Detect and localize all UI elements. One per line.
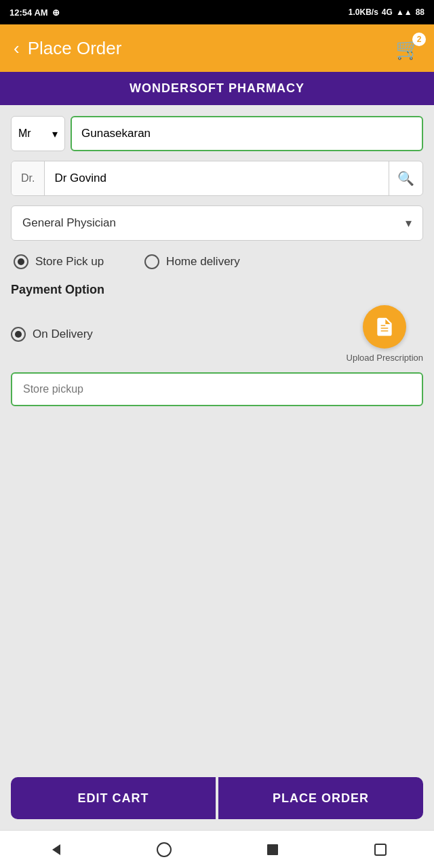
cart-button[interactable]: 🛒 2 (395, 37, 420, 60)
svg-rect-3 (375, 844, 386, 855)
svg-rect-2 (267, 844, 278, 855)
edit-cart-button[interactable]: EDIT CART (11, 777, 216, 819)
upload-circle (363, 305, 406, 349)
payment-title: Payment Option (11, 283, 423, 297)
main-content: Mr ▾ Dr. 🔍 General Physician ▾ Store Pic… (0, 105, 434, 766)
upload-prescription-button[interactable]: Upload Prescription (347, 305, 423, 363)
patient-name-input[interactable] (71, 116, 423, 151)
salutation-arrow: ▾ (52, 127, 58, 140)
nav-back-button[interactable] (41, 836, 68, 863)
bottom-buttons: EDIT CART PLACE ORDER (0, 766, 434, 830)
nav-recent-button[interactable] (368, 837, 393, 863)
payment-on-delivery[interactable]: On Delivery (11, 327, 93, 342)
payment-row: On Delivery Upload Prescription (11, 305, 423, 363)
home-nav-icon (156, 842, 172, 858)
svg-point-1 (157, 843, 171, 856)
status-time: 12:54 AM (9, 7, 48, 18)
doctor-name-input[interactable] (45, 161, 389, 195)
store-pickup-option[interactable]: Store Pick up (14, 254, 104, 269)
salutation-select[interactable]: Mr ▾ (11, 116, 65, 151)
back-button[interactable]: ‹ (14, 38, 20, 59)
pharmacy-banner: WONDERSOFT PHARMACY (0, 72, 434, 105)
svg-marker-0 (52, 844, 60, 855)
spacer (11, 416, 423, 755)
status-network: 1.0KB/s (349, 7, 378, 17)
home-delivery-label: Home delivery (166, 255, 240, 269)
specialty-value: General Physician (22, 216, 116, 230)
doctor-prefix: Dr. (12, 161, 45, 195)
store-pickup-radio-fill (18, 258, 24, 265)
on-delivery-radio-fill (15, 331, 22, 338)
status-battery: 88 (416, 7, 425, 17)
square-nav-icon (265, 842, 280, 857)
status-wifi-icon: ▲▲ (396, 7, 412, 17)
recent-nav-icon (373, 842, 388, 857)
nav-home-button[interactable] (151, 836, 178, 863)
salutation-value: Mr (18, 127, 31, 140)
home-delivery-radio[interactable] (144, 254, 159, 269)
on-delivery-label: On Delivery (33, 328, 93, 341)
upload-prescription-label: Upload Prescription (347, 353, 423, 363)
page-title: Place Order (28, 38, 122, 59)
home-delivery-option[interactable]: Home delivery (144, 254, 240, 269)
on-delivery-radio[interactable] (11, 327, 26, 342)
status-signal-icon: 4G (382, 7, 393, 17)
delivery-row: Store Pick up Home delivery (11, 250, 423, 273)
store-pickup-label: Store Pick up (35, 255, 104, 269)
store-pickup-radio[interactable] (14, 254, 28, 269)
payment-section: Payment Option On Delivery Upload Prescr… (11, 283, 423, 363)
specialty-dropdown[interactable]: General Physician ▾ (11, 205, 423, 241)
back-nav-icon (47, 842, 63, 858)
chevron-down-icon: ▾ (406, 216, 412, 231)
upload-prescription-icon (374, 316, 395, 338)
cart-badge: 2 (412, 33, 426, 46)
doctor-row: Dr. 🔍 (11, 161, 423, 196)
header: ‹ Place Order 🛒 2 (0, 24, 434, 72)
nav-square-button[interactable] (260, 837, 285, 863)
status-icon: ⊕ (52, 7, 60, 18)
doctor-search-button[interactable]: 🔍 (389, 161, 422, 195)
nav-bar (0, 830, 434, 868)
search-icon: 🔍 (397, 170, 414, 186)
status-bar: 12:54 AM ⊕ 1.0KB/s 4G ▲▲ 88 (0, 0, 434, 24)
name-row: Mr ▾ (11, 116, 423, 151)
store-pickup-input[interactable] (11, 372, 423, 406)
place-order-button[interactable]: PLACE ORDER (218, 777, 423, 819)
